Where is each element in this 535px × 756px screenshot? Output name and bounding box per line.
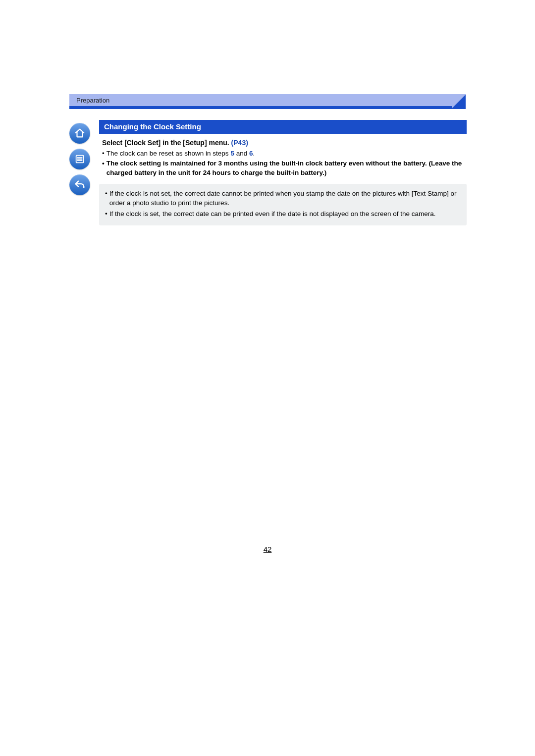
bullet-dot: • xyxy=(102,149,107,159)
page-container: Preparation Changing the Clock Setting S… xyxy=(69,94,466,225)
breadcrumb-bar: Preparation xyxy=(69,94,466,109)
bullet-text-segment: and xyxy=(234,150,249,157)
note-text: If the clock is set, the correct date ca… xyxy=(109,209,436,219)
bullet-item: • The clock can be reset as shown in ste… xyxy=(102,149,464,159)
page-reference-link[interactable]: (P43) xyxy=(231,139,248,147)
bullet-text: The clock can be reset as shown in steps… xyxy=(107,149,255,159)
home-button[interactable] xyxy=(69,123,90,144)
note-box: • If the clock is not set, the correct d… xyxy=(99,184,467,226)
content-area: Changing the Clock Setting Select [Clock… xyxy=(99,109,467,225)
bullet-text: The clock setting is maintained for 3 mo… xyxy=(107,159,464,178)
bullet-item: • The clock setting is maintained for 3 … xyxy=(102,159,464,178)
bullet-list: • The clock can be reset as shown in ste… xyxy=(99,149,467,184)
step-number-link[interactable]: 5 xyxy=(230,150,234,157)
bullet-dot: • xyxy=(102,159,107,178)
section-heading: Changing the Clock Setting xyxy=(99,120,467,134)
page-number[interactable]: 42 xyxy=(264,545,272,553)
breadcrumb-decoration xyxy=(452,94,466,109)
home-icon xyxy=(74,128,85,139)
bullet-text-segment: The clock can be reset as shown in steps xyxy=(107,150,231,157)
instruction-text: Select [Clock Set] in the [Setup] menu. xyxy=(102,139,229,147)
bullet-dot: • xyxy=(105,209,109,219)
nav-sidebar xyxy=(69,123,94,195)
note-text: If the clock is not set, the correct dat… xyxy=(109,189,461,208)
bullet-dot: • xyxy=(105,189,109,208)
instruction-line: Select [Clock Set] in the [Setup] menu. … xyxy=(99,139,467,147)
contents-button[interactable] xyxy=(69,149,90,169)
breadcrumb-text: Preparation xyxy=(69,94,466,106)
note-item: • If the clock is set, the correct date … xyxy=(105,209,461,219)
back-arrow-icon xyxy=(74,179,85,190)
list-icon xyxy=(74,154,85,164)
bullet-text-segment: . xyxy=(253,150,255,157)
back-button[interactable] xyxy=(69,174,90,195)
note-item: • If the clock is not set, the correct d… xyxy=(105,189,461,208)
